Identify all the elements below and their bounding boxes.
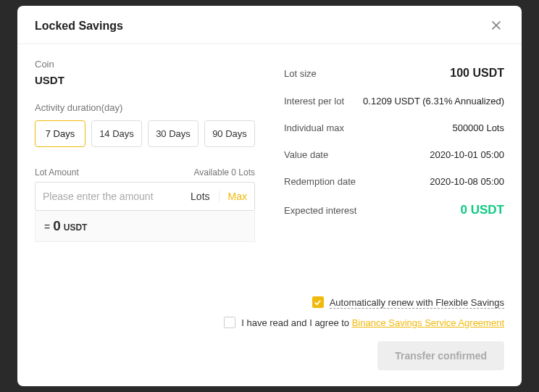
lot-max-button[interactable]: Max (220, 191, 247, 202)
info-label: Expected interest (284, 205, 356, 216)
agree-row: I have read and I agree to Binance Savin… (224, 317, 504, 328)
agree-checkbox[interactable] (224, 317, 235, 328)
info-value: 2020-10-08 05:00 (430, 176, 504, 187)
info-value-date: Value date 2020-10-01 05:00 (284, 141, 504, 168)
info-label: Individual max (284, 122, 344, 133)
equals-sign: = (44, 221, 50, 233)
coin-label: Coin (35, 59, 255, 70)
duration-label: Activity duration(day) (35, 102, 255, 113)
agree-prefix: I have read and I agree to (241, 317, 352, 328)
duration-option-14[interactable]: 14 Days (91, 120, 142, 147)
duration-option-30[interactable]: 30 Days (148, 120, 199, 147)
duration-option-90[interactable]: 90 Days (204, 120, 255, 147)
lot-amount-input[interactable] (43, 191, 182, 202)
lot-unit: Lots (182, 191, 219, 202)
agreement-link[interactable]: Binance Savings Service Agreement (352, 317, 504, 328)
lot-header: Lot Amount Available 0 Lots (35, 167, 255, 178)
modal-footer: Automatically renew with Flexible Saving… (17, 291, 522, 386)
close-icon[interactable] (490, 19, 504, 33)
auto-renew-row: Automatically renew with Flexible Saving… (312, 296, 504, 308)
lot-input-row: Lots Max (35, 182, 255, 211)
transfer-confirmed-button[interactable]: Transfer confirmed (377, 341, 504, 370)
info-redemption-date: Redemption date 2020-10-08 05:00 (284, 168, 504, 195)
info-lot-size: Lot size 100 USDT (284, 59, 504, 88)
info-value: 0.1209 USDT (6.31% Annualized) (363, 96, 504, 107)
equals-unit: USDT (64, 222, 88, 233)
info-label: Interest per lot (284, 96, 344, 107)
info-value: 0 USDT (461, 203, 504, 217)
info-expected-interest: Expected interest 0 USDT (284, 195, 504, 225)
modal-header: Locked Savings (17, 6, 522, 44)
auto-renew-label: Automatically renew with Flexible Saving… (330, 297, 504, 308)
info-label: Value date (284, 149, 328, 160)
equals-value: 0 (53, 218, 61, 234)
locked-savings-modal: Locked Savings Coin USDT Activity durati… (17, 6, 522, 386)
agree-label: I have read and I agree to Binance Savin… (241, 317, 504, 328)
left-column: Coin USDT Activity duration(day) 7 Days … (35, 59, 255, 283)
info-value: 2020-10-01 05:00 (430, 149, 504, 160)
modal-title: Locked Savings (35, 20, 123, 33)
info-interest-per-lot: Interest per lot 0.1209 USDT (6.31% Annu… (284, 88, 504, 114)
duration-option-7[interactable]: 7 Days (35, 120, 85, 147)
info-label: Lot size (284, 68, 317, 79)
info-value: 500000 Lots (452, 122, 504, 133)
info-value: 100 USDT (450, 67, 504, 80)
right-column: Lot size 100 USDT Interest per lot 0.120… (284, 59, 504, 283)
modal-body: Coin USDT Activity duration(day) 7 Days … (17, 44, 522, 291)
info-label: Redemption date (284, 176, 356, 187)
auto-renew-checkbox[interactable] (312, 296, 324, 308)
info-individual-max: Individual max 500000 Lots (284, 114, 504, 141)
coin-value: USDT (35, 74, 255, 86)
lot-equals-box: = 0 USDT (35, 211, 255, 242)
duration-options: 7 Days 14 Days 30 Days 90 Days (35, 120, 255, 147)
lot-available: Available 0 Lots (193, 167, 255, 178)
lot-amount-label: Lot Amount (35, 167, 79, 178)
